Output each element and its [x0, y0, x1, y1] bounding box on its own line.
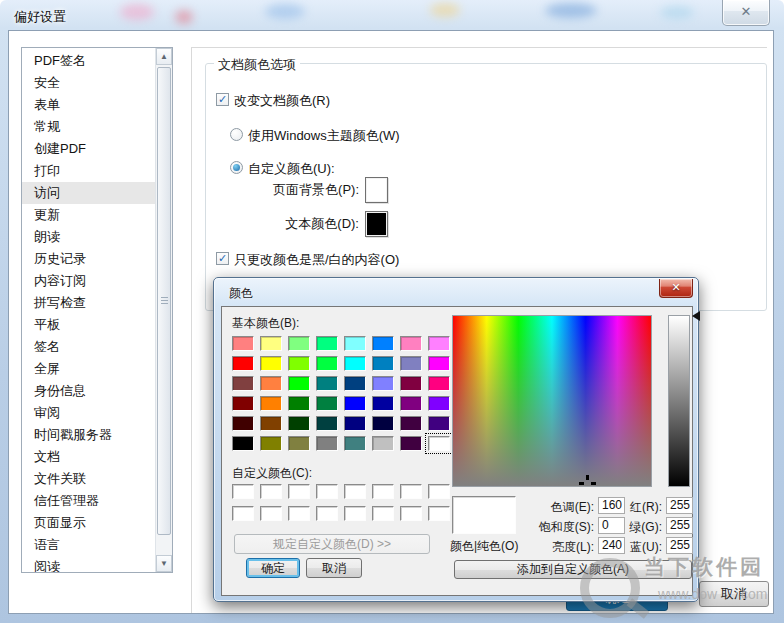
- basic-color-swatch[interactable]: [260, 376, 282, 391]
- basic-color-swatch[interactable]: [260, 416, 282, 431]
- color-crosshair-icon[interactable]: [579, 475, 596, 487]
- scroll-down-icon[interactable]: ▼: [156, 555, 172, 572]
- basic-color-swatch[interactable]: [428, 416, 450, 431]
- sidebar-item[interactable]: 内容订阅: [22, 270, 155, 292]
- text-color-swatch[interactable]: [365, 211, 388, 237]
- basic-color-swatch[interactable]: [260, 336, 282, 351]
- basic-color-swatch[interactable]: [260, 396, 282, 411]
- basic-color-swatch[interactable]: [400, 336, 422, 351]
- basic-color-swatch[interactable]: [372, 356, 394, 371]
- basic-color-swatch[interactable]: [428, 356, 450, 371]
- sidebar-item[interactable]: 时间戳服务器: [22, 424, 155, 446]
- basic-color-swatch[interactable]: [288, 436, 310, 451]
- red-input[interactable]: 255: [666, 497, 693, 514]
- sidebar-item[interactable]: 历史记录: [22, 248, 155, 270]
- green-input[interactable]: 255: [666, 517, 693, 534]
- sidebar-item[interactable]: 身份信息: [22, 380, 155, 402]
- basic-color-swatch[interactable]: [400, 376, 422, 391]
- basic-color-swatch[interactable]: [288, 336, 310, 351]
- custom-color-swatch[interactable]: [288, 484, 310, 499]
- basic-color-swatch[interactable]: [344, 356, 366, 371]
- basic-color-swatch[interactable]: [288, 356, 310, 371]
- basic-color-swatch[interactable]: [344, 396, 366, 411]
- sidebar-item[interactable]: 文档: [22, 446, 155, 468]
- sidebar-item[interactable]: 安全: [22, 72, 155, 94]
- custom-color-swatch[interactable]: [372, 484, 394, 499]
- sidebar-item[interactable]: 常规: [22, 116, 155, 138]
- color-ok-button[interactable]: 确定: [246, 558, 300, 578]
- sidebar-item[interactable]: 审阅: [22, 402, 155, 424]
- sidebar-item[interactable]: 平板: [22, 314, 155, 336]
- basic-color-swatch[interactable]: [428, 336, 450, 351]
- basic-color-swatch[interactable]: [428, 396, 450, 411]
- basic-color-swatch[interactable]: [316, 416, 338, 431]
- basic-color-swatch[interactable]: [232, 436, 254, 451]
- basic-color-swatch[interactable]: [232, 376, 254, 391]
- hue-saturation-field[interactable]: [452, 315, 652, 487]
- sidebar-item[interactable]: 打印: [22, 160, 155, 182]
- custom-color-swatch[interactable]: [428, 484, 450, 499]
- basic-color-swatch[interactable]: [372, 436, 394, 451]
- color-cancel-button[interactable]: 取消: [306, 558, 362, 578]
- basic-color-swatch[interactable]: [232, 396, 254, 411]
- basic-color-swatch[interactable]: [428, 436, 450, 451]
- basic-color-swatch[interactable]: [344, 436, 366, 451]
- basic-color-swatch[interactable]: [428, 376, 450, 391]
- sidebar-item[interactable]: 信任管理器: [22, 490, 155, 512]
- custom-color-swatch[interactable]: [400, 506, 422, 521]
- basic-color-swatch[interactable]: [344, 336, 366, 351]
- basic-color-swatch[interactable]: [316, 436, 338, 451]
- basic-color-swatch[interactable]: [232, 336, 254, 351]
- custom-color-swatch[interactable]: [260, 506, 282, 521]
- luminance-slider[interactable]: [668, 315, 690, 487]
- scrollbar-thumb[interactable]: [157, 67, 171, 535]
- basic-color-swatch[interactable]: [316, 376, 338, 391]
- basic-color-swatch[interactable]: [260, 436, 282, 451]
- basic-color-swatch[interactable]: [288, 396, 310, 411]
- basic-color-swatch[interactable]: [316, 336, 338, 351]
- luminance-slider-arrow-icon[interactable]: [692, 311, 700, 321]
- basic-color-swatch[interactable]: [316, 396, 338, 411]
- custom-color-swatch[interactable]: [232, 484, 254, 499]
- add-to-custom-colors-button[interactable]: 添加到自定义颜色(A): [454, 560, 692, 579]
- preferences-cancel-button[interactable]: 取消: [699, 581, 769, 607]
- sidebar-item[interactable]: 签名: [22, 336, 155, 358]
- basic-color-swatch[interactable]: [232, 356, 254, 371]
- basic-color-swatch[interactable]: [316, 356, 338, 371]
- basic-color-swatch[interactable]: [344, 416, 366, 431]
- basic-color-swatch[interactable]: [400, 436, 422, 451]
- sidebar-item[interactable]: 创建PDF: [22, 138, 155, 160]
- sidebar-item[interactable]: 全屏: [22, 358, 155, 380]
- only-bw-checkbox[interactable]: ✓: [216, 252, 229, 265]
- change-doc-colors-checkbox[interactable]: ✓: [216, 93, 229, 106]
- page-bg-color-swatch[interactable]: [365, 177, 388, 203]
- scroll-up-icon[interactable]: ▲: [156, 48, 172, 65]
- close-icon[interactable]: ✕: [659, 279, 693, 298]
- sidebar-item[interactable]: 更新: [22, 204, 155, 226]
- basic-color-swatch[interactable]: [372, 336, 394, 351]
- saturation-input[interactable]: 0: [598, 517, 625, 534]
- basic-color-swatch[interactable]: [288, 416, 310, 431]
- custom-color-swatch[interactable]: [344, 484, 366, 499]
- basic-color-swatch[interactable]: [232, 416, 254, 431]
- sidebar-item[interactable]: 表单: [22, 94, 155, 116]
- custom-color-swatch[interactable]: [232, 506, 254, 521]
- custom-color-swatch[interactable]: [400, 484, 422, 499]
- basic-color-swatch[interactable]: [260, 356, 282, 371]
- close-icon[interactable]: ✕: [722, 0, 770, 26]
- custom-color-swatch[interactable]: [316, 506, 338, 521]
- basic-color-swatch[interactable]: [372, 396, 394, 411]
- custom-color-swatch[interactable]: [288, 506, 310, 521]
- use-windows-theme-radio[interactable]: [230, 128, 243, 141]
- blue-input[interactable]: 255: [666, 537, 693, 554]
- custom-color-swatch[interactable]: [372, 506, 394, 521]
- custom-color-swatch[interactable]: [316, 484, 338, 499]
- custom-color-swatch[interactable]: [428, 506, 450, 521]
- basic-color-swatch[interactable]: [400, 416, 422, 431]
- basic-color-swatch[interactable]: [372, 416, 394, 431]
- sidebar-item[interactable]: 阅读: [22, 556, 155, 573]
- basic-color-swatch[interactable]: [400, 356, 422, 371]
- basic-color-swatch[interactable]: [288, 376, 310, 391]
- custom-colors-radio[interactable]: [230, 161, 243, 174]
- sidebar-item[interactable]: PDF签名: [22, 50, 155, 72]
